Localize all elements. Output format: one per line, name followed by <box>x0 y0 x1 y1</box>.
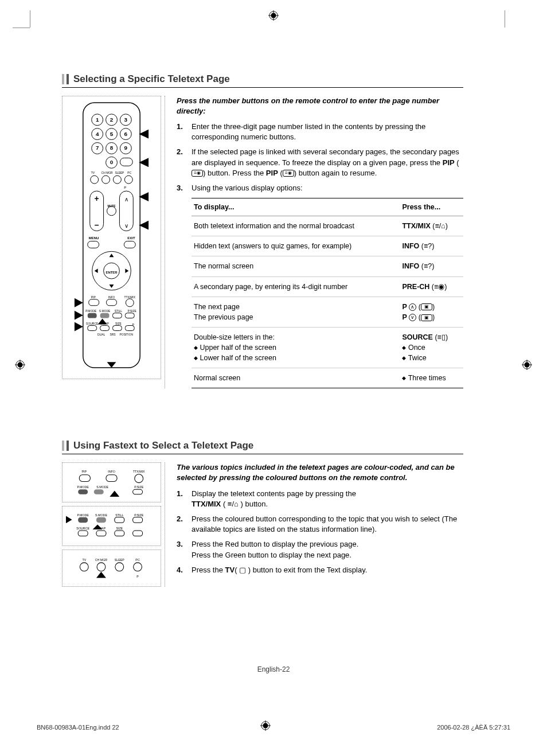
table-row: Double-size letters in the: ◆ Upper half… <box>192 327 463 368</box>
svg-rect-117 <box>78 517 88 523</box>
remote-illustration: 1 2 3 4 5 6 7 8 9 0 TVCH MGRSLEEPPC <box>62 96 161 379</box>
svg-text:∧: ∧ <box>124 196 128 202</box>
svg-text:STILL: STILL <box>115 513 123 517</box>
svg-rect-83 <box>88 326 97 331</box>
table-row: Both teletext information and the normal… <box>192 216 463 236</box>
registration-mark-icon <box>522 360 532 370</box>
svg-text:MUTE: MUTE <box>107 205 116 208</box>
footer-filename: BN68-00983A-01Eng.indd 22 <box>37 724 119 731</box>
svg-text:TTX/MIX: TTX/MIX <box>133 470 145 473</box>
svg-rect-86 <box>125 326 134 331</box>
svg-rect-119 <box>115 517 124 523</box>
svg-text:P.SIZE: P.SIZE <box>134 513 144 517</box>
registration-mark-icon <box>15 360 25 370</box>
svg-point-43 <box>102 176 110 184</box>
remote-buttons-icon: PIPINFOTTX/MIX P.MODES.MODEP.SIZE <box>66 466 157 497</box>
svg-marker-95 <box>75 298 83 307</box>
svg-text:7: 7 <box>96 145 99 151</box>
svg-rect-124 <box>78 531 88 537</box>
table-row: Hidden text (answers to quiz games, for … <box>192 236 463 256</box>
svg-point-105 <box>135 474 143 483</box>
svg-marker-112 <box>110 491 119 497</box>
step-item: 4. Press the TV( ▢ ) button to exit from… <box>177 565 463 575</box>
svg-point-135 <box>97 563 106 571</box>
crop-mark <box>505 10 505 28</box>
svg-text:8: 8 <box>110 145 114 151</box>
svg-marker-65 <box>125 268 128 273</box>
svg-text:P.MODE: P.MODE <box>85 310 97 313</box>
teletext-prev-icon: ▣ <box>421 314 432 321</box>
svg-text:PC: PC <box>127 172 131 174</box>
svg-text:EXIT: EXIT <box>127 236 135 240</box>
display-options-table: To display... Press the... Both teletext… <box>192 198 463 388</box>
svg-rect-103 <box>79 475 90 482</box>
svg-text:P: P <box>136 575 139 579</box>
svg-text:PIP: PIP <box>91 296 96 299</box>
step-text: If the selected page is linked with seve… <box>192 147 463 178</box>
svg-text:0: 0 <box>110 159 114 165</box>
svg-text:6: 6 <box>124 131 128 137</box>
step-item: 1. Display the teletext contents page by… <box>177 489 463 509</box>
svg-rect-125 <box>96 531 106 537</box>
svg-text:SOURCE: SOURCE <box>86 322 99 325</box>
teletext-hold-icon: ≡◉ <box>283 170 294 177</box>
svg-rect-120 <box>133 517 143 523</box>
table-row: A secondary page, by entering its 4-digi… <box>192 276 463 297</box>
svg-text:2: 2 <box>110 116 114 123</box>
step-item: 1. Enter the three-digit page number lis… <box>177 122 463 142</box>
svg-text:9: 9 <box>124 145 128 151</box>
svg-marker-99 <box>107 362 116 368</box>
remote-illustration-column: 1 2 3 4 5 6 7 8 9 0 TVCH MGRSLEEPPC <box>62 96 165 388</box>
svg-text:S.MODE: S.MODE <box>95 513 107 517</box>
svg-text:∨: ∨ <box>124 223 128 229</box>
svg-text:S.MODE: S.MODE <box>99 310 111 313</box>
table-header: Press the... <box>400 198 463 216</box>
svg-point-134 <box>80 563 88 571</box>
svg-point-42 <box>91 176 99 184</box>
svg-text:ENTER: ENTER <box>106 271 118 274</box>
svg-text:+: + <box>95 194 99 203</box>
step-text: Press the TV( ▢ ) button to exit from th… <box>192 565 463 575</box>
svg-marker-139 <box>96 572 106 578</box>
remote-detail-illustration: TVCH MGRSLEEPPC P <box>62 550 161 587</box>
section-intro: Press the number buttons on the remote c… <box>177 96 463 116</box>
svg-marker-63 <box>110 285 114 288</box>
svg-text:TV: TV <box>82 558 86 562</box>
crop-mark <box>13 28 30 28</box>
svg-text:1: 1 <box>96 116 99 123</box>
svg-rect-79 <box>125 313 134 318</box>
svg-text:SOURCE: SOURCE <box>76 527 89 530</box>
svg-text:P.SIZE: P.SIZE <box>134 486 144 489</box>
registration-mark-icon <box>268 10 279 21</box>
table-row: The next page The previous page P ∧ (▣) … <box>192 297 463 327</box>
step-text: Display the teletext contents page by pr… <box>192 489 463 509</box>
svg-rect-84 <box>100 326 110 331</box>
svg-text:5: 5 <box>110 131 114 137</box>
svg-text:S.MODE: S.MODE <box>96 486 108 489</box>
svg-marker-128 <box>66 516 72 524</box>
svg-text:STILL: STILL <box>115 310 122 313</box>
step-number: 3. <box>177 539 186 560</box>
svg-text:CH MGR: CH MGR <box>101 172 114 174</box>
step-item: 2. Press the coloured button correspondi… <box>177 514 463 535</box>
svg-text:P.MODE: P.MODE <box>77 513 89 517</box>
svg-text:SRS: SRS <box>110 333 116 336</box>
svg-rect-58 <box>124 241 135 248</box>
svg-text:SIZE: SIZE <box>116 527 123 530</box>
svg-rect-127 <box>133 531 143 537</box>
step-item: 3. Press the Red button to display the p… <box>177 539 463 560</box>
remote-detail-illustration: PIPINFOTTX/MIX P.MODES.MODEP.SIZE <box>62 462 161 502</box>
section-heading: Selecting a Specific Teletext Page <box>62 73 463 88</box>
remote-detail-illustration: P.MODES.MODESTILLP.SIZE SOURCESWAPSIZE <box>62 506 161 546</box>
step-text: Press the Red button to display the prev… <box>192 539 463 560</box>
svg-text:P.SIZE: P.SIZE <box>128 310 137 313</box>
page-down-icon: ∨ <box>409 314 416 321</box>
remote-illustration-column: PIPINFOTTX/MIX P.MODES.MODEP.SIZE <box>62 462 165 587</box>
step-number: 2. <box>177 514 186 535</box>
footer-timestamp: 2006-02-28 ¿ÀÈÄ 5:27:31 <box>437 724 510 731</box>
svg-point-44 <box>113 176 121 184</box>
svg-marker-97 <box>75 322 83 332</box>
svg-point-53 <box>107 206 116 216</box>
svg-text:TTX/MIX: TTX/MIX <box>124 296 136 299</box>
svg-text:SLEEP: SLEEP <box>115 558 125 562</box>
